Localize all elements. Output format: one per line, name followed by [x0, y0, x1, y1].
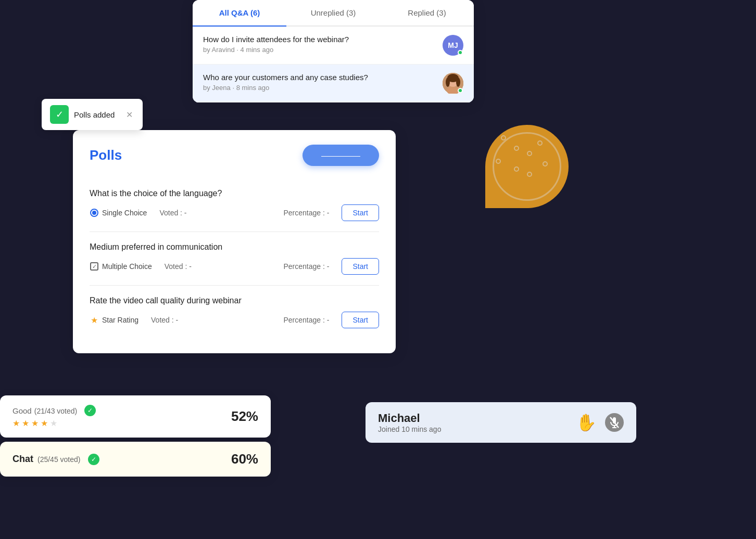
- polls-header: Polls —————: [90, 145, 379, 166]
- gold-dot-5: [514, 166, 519, 172]
- gold-dot-4: [527, 151, 532, 156]
- poll-question-1: What is the choice of the language?: [90, 189, 379, 198]
- rating-votes-1: (21/43 voted): [34, 407, 78, 415]
- rating-name-2: Chat: [12, 454, 33, 465]
- gold-dot-2: [514, 146, 519, 151]
- qa-tabs: All Q&A (6) Unreplied (3) Replied (3): [193, 0, 474, 27]
- mic-svg: [609, 416, 620, 429]
- poll-voted-1: Voted : -: [159, 209, 271, 217]
- michael-name: Michael: [378, 412, 441, 425]
- star-rating-icon: ★: [90, 315, 99, 325]
- online-dot-1: [458, 50, 463, 55]
- michael-subtitle: Joined 10 mins ago: [378, 425, 441, 433]
- star-2: ★: [22, 418, 29, 428]
- poll-voted-2: Voted : -: [165, 262, 271, 271]
- checkmark-badge-1: ✓: [84, 405, 96, 416]
- qa-question-1: How do I invite attendees for the webina…: [203, 35, 436, 44]
- star-3: ★: [31, 418, 39, 428]
- toast-check-icon: ✓: [50, 105, 69, 124]
- poll-details-3: ★ Star Rating Voted : - Percentage : - S…: [90, 312, 379, 328]
- polls-add-button[interactable]: —————: [303, 145, 379, 166]
- poll-percentage-3: Percentage : -: [283, 316, 329, 324]
- raise-hand-icon[interactable]: ✋: [576, 413, 597, 432]
- gold-dot-6: [527, 172, 532, 177]
- avatar-1: MJ: [443, 35, 463, 56]
- decorative-gold-shape: [485, 125, 569, 208]
- qa-panel: All Q&A (6) Unreplied (3) Replied (3) Ho…: [193, 0, 474, 102]
- qa-meta-2: by Jeena · 8 mins ago: [203, 84, 436, 92]
- poll-type-2: ✓ Multiple Choice: [90, 262, 152, 271]
- poll-question-2: Medium preferred in communication: [90, 242, 379, 252]
- poll-details-2: ✓ Multiple Choice Voted : - Percentage :…: [90, 258, 379, 275]
- svg-point-5: [446, 78, 450, 87]
- tab-all-qa[interactable]: All Q&A (6): [193, 0, 286, 25]
- star-1: ★: [12, 418, 20, 428]
- poll-voted-3: Voted : -: [151, 316, 271, 324]
- poll-type-3: ★ Star Rating: [90, 315, 138, 325]
- poll-item-1: What is the choice of the language? Sing…: [90, 178, 379, 232]
- poll-percentage-2: Percentage : -: [283, 262, 329, 271]
- poll-percentage-1: Percentage : -: [283, 209, 329, 217]
- rating-percent-1: 52%: [231, 408, 258, 425]
- checkbox-icon: ✓: [90, 262, 99, 271]
- tab-unreplied[interactable]: Unreplied (3): [286, 0, 380, 25]
- radio-icon: [90, 208, 99, 217]
- polls-toast: ✓ Polls added ✕: [42, 99, 143, 130]
- michael-card: Michael Joined 10 mins ago ✋: [366, 402, 636, 443]
- rating-name-1: Good (21/43 voted): [12, 405, 77, 416]
- toast-message: Polls added: [74, 110, 115, 119]
- tab-replied[interactable]: Replied (3): [380, 0, 474, 25]
- qa-item-1[interactable]: How do I invite attendees for the webina…: [193, 27, 474, 65]
- qa-item-2[interactable]: Who are your customers and any case stud…: [193, 65, 474, 102]
- toast-close-button[interactable]: ✕: [124, 109, 134, 120]
- stars-container-1: ★ ★ ★ ★ ★: [12, 418, 96, 428]
- rating-card-good: Good (21/43 voted) ✓ ★ ★ ★ ★ ★ 52%: [0, 395, 271, 438]
- poll-item-2: Medium preferred in communication ✓ Mult…: [90, 232, 379, 286]
- start-button-3[interactable]: Start: [342, 312, 379, 328]
- mute-mic-icon[interactable]: [605, 413, 624, 432]
- poll-details-1: Single Choice Voted : - Percentage : - S…: [90, 204, 379, 221]
- poll-type-1: Single Choice: [90, 208, 147, 217]
- gold-dot-1: [501, 135, 506, 140]
- star-4: ★: [41, 418, 48, 428]
- star-5: ★: [50, 418, 57, 428]
- qa-meta-1: by Aravind · 4 mins ago: [203, 46, 436, 54]
- gold-dot-8: [543, 161, 548, 166]
- checkmark-badge-2: ✓: [88, 454, 99, 465]
- gold-dot-3: [496, 159, 501, 164]
- avatar-2: [443, 73, 463, 94]
- poll-item-3: Rate the video call quality during webin…: [90, 286, 379, 339]
- svg-point-6: [456, 78, 460, 87]
- online-dot-2: [458, 88, 463, 93]
- rating-votes-2: (25/45 voted): [37, 455, 81, 464]
- qa-question-2: Who are your customers and any case stud…: [203, 73, 436, 82]
- poll-question-3: Rate the video call quality during webin…: [90, 296, 379, 305]
- start-button-1[interactable]: Start: [342, 204, 379, 221]
- rating-percent-2: 60%: [231, 451, 258, 467]
- polls-panel: Polls ————— What is the choice of the la…: [73, 130, 396, 353]
- gold-dot-7: [537, 140, 543, 146]
- start-button-2[interactable]: Start: [342, 258, 379, 275]
- polls-title: Polls: [90, 147, 122, 163]
- rating-card-chat: Chat (25/45 voted) ✓ 60%: [0, 442, 271, 477]
